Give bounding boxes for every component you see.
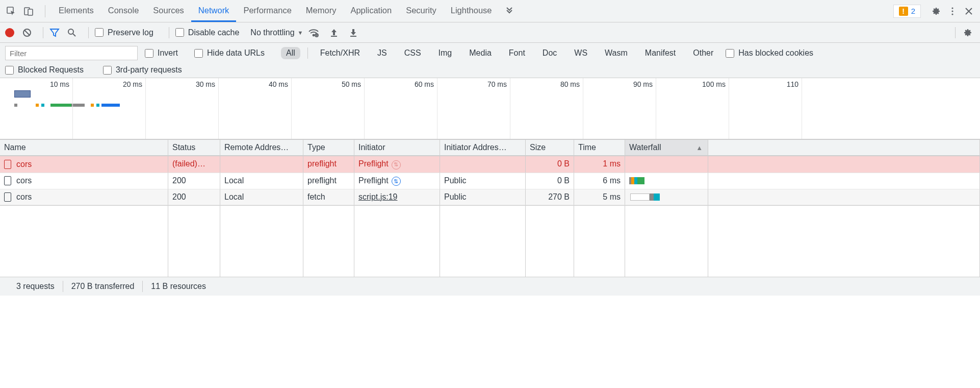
filter-input[interactable] <box>5 46 138 60</box>
timeline-tick: 110 <box>729 78 802 139</box>
resource-type-css[interactable]: CSS <box>399 47 426 59</box>
resource-type-all[interactable]: All <box>281 47 300 59</box>
third-party-input[interactable] <box>103 66 112 75</box>
timeline-tick-label: 70 ms <box>487 80 507 88</box>
column-header-initiatoraddres[interactable]: Initiator Addres… <box>440 139 526 156</box>
type-cell: preflight <box>303 156 354 173</box>
more-tabs-icon[interactable] <box>502 4 517 18</box>
column-header-remoteaddres[interactable]: Remote Addres… <box>220 139 303 156</box>
timeline-tick-label: 10 ms <box>50 80 69 88</box>
resource-type-manifest[interactable]: Manifest <box>640 47 681 59</box>
preserve-log-input[interactable] <box>95 28 104 37</box>
panel-tab-application[interactable]: Application <box>343 0 399 22</box>
resource-type-wasm[interactable]: Wasm <box>600 47 633 59</box>
divider <box>88 27 89 38</box>
column-header-time[interactable]: Time <box>574 139 625 156</box>
initiator-address-cell: Public <box>440 173 526 190</box>
disable-cache-input[interactable] <box>175 28 184 37</box>
has-blocked-cookies-input[interactable] <box>726 49 734 58</box>
resource-type-ws[interactable]: WS <box>569 47 592 59</box>
panel-tab-security[interactable]: Security <box>399 0 444 22</box>
request-name-cell[interactable]: cors <box>0 189 168 205</box>
timeline-tick: 60 ms <box>365 78 437 139</box>
has-blocked-cookies-checkbox[interactable]: Has blocked cookies <box>726 48 813 58</box>
device-toggle-icon[interactable] <box>21 4 36 18</box>
blocked-requests-checkbox[interactable]: Blocked Requests <box>5 65 84 75</box>
remote-address-cell: Local <box>220 173 303 190</box>
third-party-label: 3rd-party requests <box>116 65 182 75</box>
record-button[interactable] <box>5 28 14 37</box>
resource-type-fetchxhr[interactable]: Fetch/XHR <box>315 47 365 59</box>
hide-data-urls-checkbox[interactable]: Hide data URLs <box>194 48 265 58</box>
row-spacer <box>708 189 980 205</box>
resource-type-font[interactable]: Font <box>504 47 530 59</box>
invert-input[interactable] <box>145 49 153 58</box>
third-party-checkbox[interactable]: 3rd-party requests <box>103 65 182 75</box>
table-empty-area <box>0 206 980 277</box>
column-header-spacer[interactable] <box>708 139 980 156</box>
timeline-tick: 90 ms <box>583 78 656 139</box>
resource-type-js[interactable]: JS <box>372 47 392 59</box>
search-icon[interactable] <box>67 28 77 38</box>
initiator-cell[interactable]: script.js:19 <box>354 189 440 205</box>
column-header-name[interactable]: Name <box>0 139 168 156</box>
initiator-link[interactable]: script.js:19 <box>358 192 397 201</box>
column-header-size[interactable]: Size <box>526 139 574 156</box>
request-name-cell[interactable]: cors <box>0 173 168 190</box>
panel-tab-network[interactable]: Network <box>191 0 237 22</box>
disable-cache-checkbox[interactable]: Disable cache <box>175 28 240 37</box>
hide-data-urls-input[interactable] <box>194 49 203 58</box>
hide-data-urls-label: Hide data URLs <box>207 48 265 58</box>
initiator-address-cell <box>440 156 526 173</box>
divider <box>43 27 43 38</box>
invert-checkbox[interactable]: Invert <box>145 48 178 58</box>
column-header-initiator[interactable]: Initiator <box>354 139 440 156</box>
kebab-menu-icon[interactable] <box>945 4 960 18</box>
remote-address-cell: Local <box>220 189 303 205</box>
filter-toggle-icon[interactable] <box>49 28 60 38</box>
preserve-log-checkbox[interactable]: Preserve log <box>95 28 153 37</box>
network-status-bar: 3 requests 270 B transferred 11 B resour… <box>0 277 980 296</box>
blocked-requests-input[interactable] <box>5 66 14 75</box>
panel-tab-sources[interactable]: Sources <box>146 0 191 22</box>
panel-tab-console[interactable]: Console <box>101 0 146 22</box>
resource-type-doc[interactable]: Doc <box>537 47 562 59</box>
overview-timeline[interactable]: 10 ms20 ms30 ms40 ms50 ms60 ms70 ms80 ms… <box>0 78 980 139</box>
close-devtools-icon[interactable] <box>962 4 976 18</box>
panel-tab-performance[interactable]: Performance <box>236 0 298 22</box>
resource-type-media[interactable]: Media <box>464 47 497 59</box>
panel-tab-elements[interactable]: Elements <box>51 0 101 22</box>
issues-badge[interactable]: ! 2 <box>893 5 921 18</box>
import-har-icon[interactable] <box>349 28 358 37</box>
svg-rect-11 <box>331 36 337 37</box>
resource-type-img[interactable]: Img <box>433 47 457 59</box>
settings-gear-icon[interactable] <box>929 4 943 18</box>
file-icon <box>4 192 11 202</box>
timeline-tick-label: 90 ms <box>633 80 653 88</box>
network-conditions-icon[interactable] <box>308 28 319 38</box>
resource-type-other[interactable]: Other <box>688 47 718 59</box>
timeline-tick: 20 ms <box>73 78 146 139</box>
divider <box>169 27 169 38</box>
request-name-cell[interactable]: cors <box>0 156 168 173</box>
issues-count: 2 <box>911 7 915 15</box>
network-table-body[interactable]: cors(failed)…preflightPreflight⇅0 B1 msc… <box>0 156 980 277</box>
size-cell: 0 B <box>526 156 574 173</box>
column-header-status[interactable]: Status <box>168 139 220 156</box>
column-header-waterfall[interactable]: Waterfall <box>625 139 708 156</box>
throttling-select[interactable]: No throttling ▼ <box>250 28 303 37</box>
column-header-type[interactable]: Type <box>303 139 354 156</box>
svg-point-8 <box>313 34 315 36</box>
export-har-icon[interactable] <box>329 28 339 37</box>
network-table-header: NameStatusRemote Addres…TypeInitiatorIni… <box>0 139 980 156</box>
panel-tab-lighthouse[interactable]: Lighthouse <box>444 0 499 22</box>
panel-tab-memory[interactable]: Memory <box>299 0 344 22</box>
clear-button[interactable] <box>21 27 33 38</box>
inspect-icon[interactable] <box>4 4 18 18</box>
status-cell: 200 <box>168 189 220 205</box>
remote-address-cell <box>220 156 303 173</box>
waterfall-cell <box>625 173 708 190</box>
network-settings-gear-icon[interactable] <box>961 26 975 40</box>
timeline-tick: 80 ms <box>510 78 583 139</box>
network-filter-bar: Invert Hide data URLs AllFetch/XHRJSCSSI… <box>0 43 980 78</box>
